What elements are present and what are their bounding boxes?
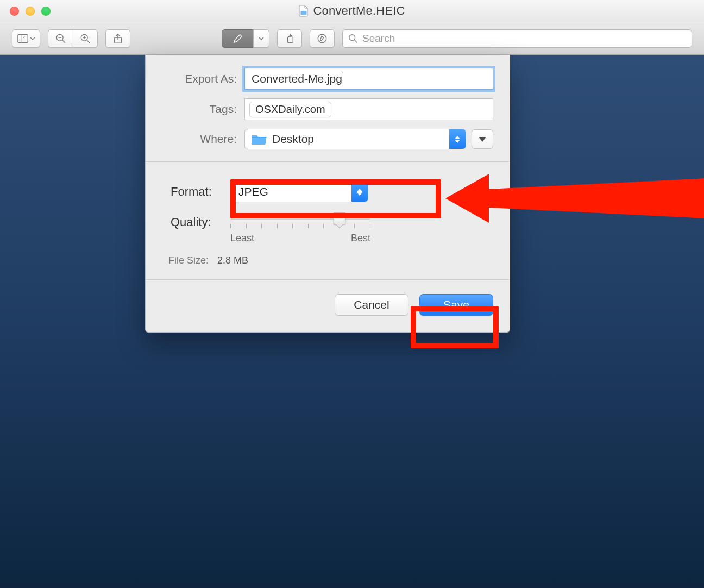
quality-best-label: Best	[351, 233, 370, 244]
svg-point-13	[318, 34, 326, 42]
zoom-in-icon	[80, 33, 91, 44]
titlebar: ConvertMe.HEIC	[0, 0, 704, 22]
window-title: ConvertMe.HEIC	[313, 4, 405, 18]
svg-point-14	[349, 34, 355, 40]
rotate-icon	[284, 33, 295, 44]
zoom-out-button[interactable]	[48, 29, 73, 48]
sidebar-icon	[17, 33, 28, 44]
search-field[interactable]: Search	[342, 29, 692, 48]
quality-least-label: Least	[230, 233, 254, 244]
zoom-group	[48, 29, 98, 48]
markup-menu-button[interactable]	[253, 29, 269, 48]
folder-icon	[252, 133, 267, 145]
save-button-label: Save	[443, 298, 469, 311]
quality-slider-thumb[interactable]	[334, 212, 345, 224]
marker-icon	[317, 33, 328, 44]
toolbar: Search	[0, 22, 704, 55]
cancel-button-label: Cancel	[354, 298, 389, 311]
minimize-window-button[interactable]	[26, 7, 35, 16]
export-as-label: Export As:	[162, 72, 244, 85]
filesize-label: File Size:	[168, 255, 209, 266]
svg-rect-12	[287, 37, 293, 42]
window-controls	[10, 7, 51, 16]
where-popup[interactable]: Desktop	[244, 129, 466, 149]
export-filename-input[interactable]: Converted-Me.jpg	[244, 68, 493, 90]
highlight-button[interactable]	[310, 29, 335, 48]
tags-input[interactable]: OSXDaily.com	[244, 98, 493, 120]
export-sheet: Export As: Converted-Me.jpg Tags: OSXDai…	[145, 55, 510, 333]
search-icon	[348, 34, 358, 43]
quality-slider[interactable]: Least Best	[230, 213, 370, 244]
format-value: JPEG	[238, 185, 268, 198]
where-value: Desktop	[272, 133, 314, 146]
share-icon	[112, 33, 123, 44]
search-placeholder: Search	[362, 33, 395, 45]
chevron-down-icon	[259, 33, 264, 44]
share-button[interactable]	[105, 29, 130, 48]
quality-label: Quality:	[167, 213, 230, 229]
chevron-down-icon	[479, 137, 486, 142]
export-filename-value: Converted-Me.jpg	[252, 72, 342, 85]
rotate-button[interactable]	[277, 29, 302, 48]
markup-button[interactable]	[222, 29, 253, 48]
sidebar-toggle-button[interactable]	[12, 29, 40, 48]
cancel-button[interactable]: Cancel	[335, 294, 408, 316]
where-label: Where:	[162, 133, 244, 146]
pencil-icon	[232, 33, 243, 44]
expand-where-button[interactable]	[472, 129, 493, 149]
popup-stepper-icon	[351, 182, 368, 202]
document-icon	[299, 5, 309, 17]
svg-rect-1	[17, 34, 27, 42]
svg-rect-0	[301, 11, 307, 15]
tag-token[interactable]: OSXDaily.com	[249, 102, 331, 117]
close-window-button[interactable]	[10, 7, 19, 16]
svg-line-4	[62, 40, 65, 42]
svg-line-15	[355, 40, 357, 42]
zoom-in-button[interactable]	[73, 29, 98, 48]
markup-group	[222, 29, 269, 48]
save-button[interactable]: Save	[419, 294, 493, 316]
popup-stepper-icon	[449, 129, 466, 149]
format-popup[interactable]: JPEG	[230, 182, 368, 202]
svg-line-7	[87, 40, 90, 42]
chevron-down-icon	[30, 33, 35, 44]
tags-label: Tags:	[162, 103, 244, 116]
format-label: Format:	[167, 185, 230, 199]
filesize-value: 2.8 MB	[217, 255, 248, 266]
zoom-window-button[interactable]	[41, 7, 51, 16]
zoom-out-icon	[55, 33, 66, 44]
slider-ticks	[230, 224, 370, 228]
